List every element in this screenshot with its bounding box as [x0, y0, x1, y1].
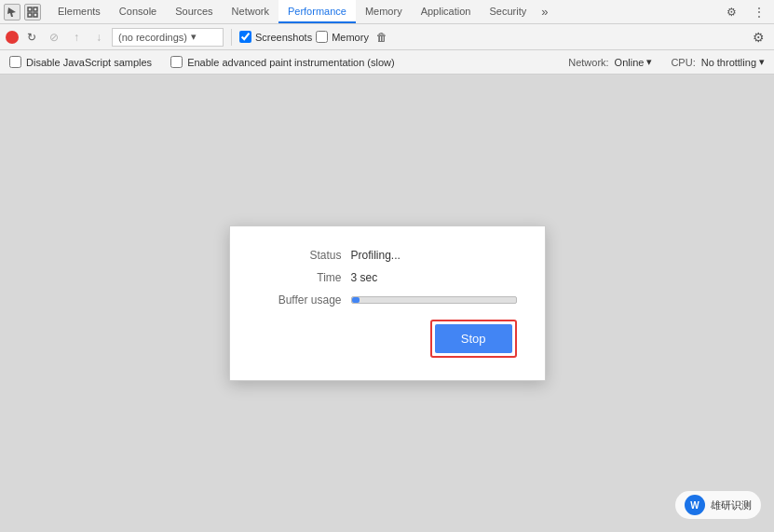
- cursor-icon[interactable]: [4, 4, 20, 20]
- network-control: Network: Online ▾: [568, 56, 652, 68]
- clear-icon[interactable]: ⊘: [45, 28, 63, 47]
- tab-sources[interactable]: Sources: [166, 0, 222, 23]
- time-row: Time 3 sec: [258, 271, 517, 284]
- tab-security[interactable]: Security: [480, 0, 536, 23]
- buffer-bar: [351, 296, 517, 304]
- enable-paint-checkbox[interactable]: Enable advanced paint instrumentation (s…: [170, 56, 395, 68]
- recordings-chevron: ▾: [191, 31, 197, 43]
- network-cpu-controls: Network: Online ▾ CPU: No throttling ▾: [568, 56, 765, 68]
- screenshots-checkbox[interactable]: Screenshots: [239, 31, 312, 43]
- upload-icon[interactable]: ↑: [67, 28, 86, 47]
- toolbar-settings-icon[interactable]: ⚙: [748, 27, 768, 48]
- download-icon[interactable]: ↓: [89, 28, 108, 47]
- cpu-chevron: ▾: [759, 56, 765, 68]
- trash-icon[interactable]: 🗑: [373, 28, 391, 47]
- watermark-icon: W: [685, 495, 705, 515]
- time-value: 3 sec: [351, 271, 378, 284]
- tab-console[interactable]: Console: [110, 0, 166, 23]
- inspect-icon[interactable]: [24, 4, 41, 20]
- profiling-dialog: Status Profiling... Time 3 sec Buffer us…: [229, 225, 546, 381]
- stop-button[interactable]: Stop: [435, 324, 512, 353]
- settings-icon[interactable]: ⚙: [720, 1, 742, 23]
- tab-performance[interactable]: Performance: [278, 0, 356, 23]
- watermark: W 雄研识测: [675, 491, 761, 519]
- tab-settings-area: ⚙ ⋮: [720, 1, 770, 23]
- network-chevron: ▾: [646, 56, 652, 68]
- refresh-icon[interactable]: ↻: [22, 28, 41, 47]
- toolbar-right: ⚙: [748, 27, 768, 48]
- network-select[interactable]: Online ▾: [615, 56, 653, 68]
- tab-memory[interactable]: Memory: [356, 0, 412, 23]
- dialog-footer: Stop: [258, 320, 517, 358]
- svg-rect-2: [28, 13, 32, 17]
- svg-rect-0: [28, 7, 32, 11]
- svg-rect-3: [34, 13, 37, 17]
- svg-rect-1: [34, 7, 37, 11]
- tab-bar: Elements Console Sources Network Perform…: [0, 0, 774, 24]
- status-row: Status Profiling...: [258, 249, 517, 262]
- stop-button-wrapper: Stop: [430, 320, 517, 358]
- tab-bar-icons: [4, 4, 41, 20]
- memory-checkbox[interactable]: Memory: [316, 31, 369, 43]
- main-content-area: Status Profiling... Time 3 sec Buffer us…: [0, 75, 774, 532]
- cpu-control: CPU: No throttling ▾: [671, 56, 765, 68]
- main-tabs: Elements Console Sources Network Perform…: [48, 0, 553, 23]
- toolbar-separator-1: [231, 29, 232, 46]
- recordings-dropdown[interactable]: (no recordings) ▾: [112, 28, 224, 47]
- status-value: Profiling...: [351, 249, 401, 262]
- disable-js-checkbox[interactable]: Disable JavaScript samples: [9, 56, 152, 68]
- buffer-bar-fill: [352, 297, 360, 303]
- tab-network[interactable]: Network: [223, 0, 278, 23]
- buffer-label: Buffer usage: [258, 293, 342, 307]
- performance-toolbar: ↻ ⊘ ↑ ↓ (no recordings) ▾ Screenshots Me…: [0, 24, 774, 50]
- time-label: Time: [258, 271, 342, 284]
- more-options-icon[interactable]: ⋮: [748, 1, 770, 23]
- cpu-select[interactable]: No throttling ▾: [701, 56, 765, 68]
- tab-application[interactable]: Application: [412, 0, 481, 23]
- watermark-text: 雄研识测: [711, 498, 752, 512]
- tab-overflow[interactable]: »: [536, 0, 553, 23]
- options-row: Disable JavaScript samples Enable advanc…: [0, 50, 774, 75]
- tab-elements[interactable]: Elements: [48, 0, 110, 23]
- buffer-row: Buffer usage: [258, 293, 517, 307]
- status-label: Status: [258, 249, 342, 262]
- record-button[interactable]: [6, 31, 19, 44]
